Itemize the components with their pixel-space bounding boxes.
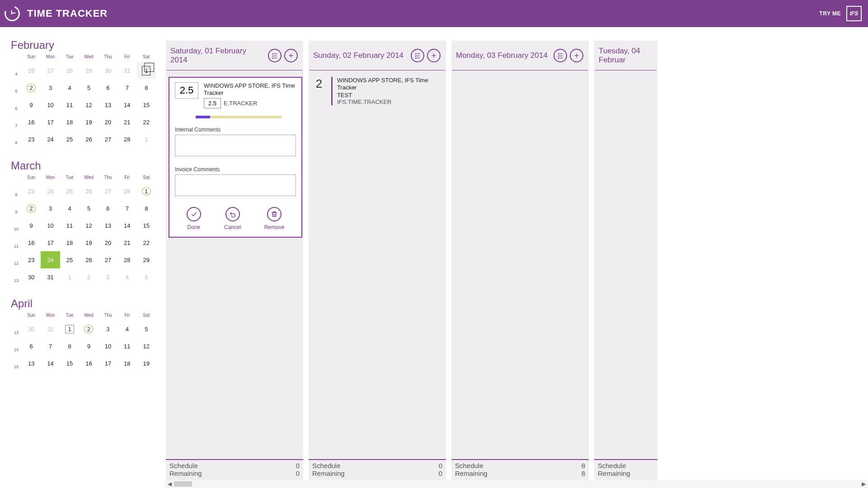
calendar-day[interactable]: 8 xyxy=(137,79,156,96)
calendar-day[interactable]: 13 xyxy=(99,96,117,113)
horizontal-scrollbar[interactable]: ◀ ▶ xyxy=(165,480,868,488)
calendar-day[interactable]: 7 xyxy=(117,79,136,96)
calendar-day[interactable]: 17 xyxy=(41,113,60,131)
calendar-day[interactable]: 21 xyxy=(117,113,136,131)
calendar-day[interactable]: 1✓ xyxy=(137,62,156,79)
calendar-day[interactable]: 22 xyxy=(137,113,156,131)
calendar-day[interactable]: 25 xyxy=(60,131,79,148)
calendar-day[interactable]: 28 xyxy=(117,131,136,148)
tasks-button[interactable] xyxy=(411,49,424,62)
calendar-day[interactable]: 6 xyxy=(22,338,41,355)
calendar-day[interactable]: 11 xyxy=(60,96,79,113)
calendar-day[interactable]: 17 xyxy=(99,355,117,372)
calendar-day[interactable]: 14 xyxy=(117,96,136,113)
calendar-day[interactable]: 6 xyxy=(99,200,117,217)
calendar-day[interactable]: 15 xyxy=(60,355,79,372)
scroll-thumb[interactable] xyxy=(174,481,192,487)
calendar-day[interactable]: 1 xyxy=(137,131,156,148)
calendar-day[interactable]: 1 xyxy=(60,320,79,338)
calendar-day[interactable]: 4 xyxy=(60,79,79,96)
calendar-day[interactable]: 24 xyxy=(41,183,60,200)
internal-comments-input[interactable] xyxy=(175,135,296,156)
calendar-day[interactable]: 14 xyxy=(41,355,60,372)
scroll-track[interactable] xyxy=(174,481,859,487)
calendar-day[interactable]: 27 xyxy=(99,251,117,268)
calendar-day[interactable]: 19 xyxy=(79,113,98,131)
calendar-day[interactable]: 29 xyxy=(137,251,156,268)
calendar-day[interactable]: 9 xyxy=(22,96,41,113)
calendar-day[interactable]: 24 xyxy=(41,131,60,148)
calendar-day[interactable]: 28 xyxy=(117,183,136,200)
calendar-day[interactable]: 7 xyxy=(117,200,136,217)
calendar-day[interactable]: 31 xyxy=(117,62,136,79)
calendar-day[interactable]: 19 xyxy=(137,355,156,372)
calendar-day[interactable]: 13 xyxy=(99,217,117,234)
calendar-day[interactable]: 11 xyxy=(117,338,136,355)
calendar-day[interactable]: 16 xyxy=(79,355,98,372)
scroll-right-arrow-icon[interactable]: ▶ xyxy=(859,481,868,487)
calendar-day[interactable]: 1 xyxy=(137,183,156,200)
calendar-day[interactable]: 18 xyxy=(60,113,79,131)
calendar-day[interactable]: 21 xyxy=(117,234,136,251)
calendar-day[interactable]: 18 xyxy=(117,355,136,372)
hours-slider[interactable] xyxy=(196,116,282,118)
calendar-day[interactable]: 18 xyxy=(60,234,79,251)
hours-input[interactable]: 2.5 xyxy=(175,82,198,99)
calendar-day[interactable]: 8 xyxy=(60,338,79,355)
add-button[interactable] xyxy=(427,49,441,62)
calendar-day[interactable]: 1 xyxy=(60,268,79,286)
calendar-day[interactable]: 27 xyxy=(99,183,117,200)
calendar-day[interactable]: 30 xyxy=(99,62,117,79)
calendar-day[interactable]: 4 xyxy=(60,200,79,217)
calendar-day[interactable]: 27 xyxy=(41,62,60,79)
calendar-day[interactable]: 28 xyxy=(60,62,79,79)
calendar-day[interactable]: 15 xyxy=(137,217,156,234)
calendar-day[interactable]: 3 xyxy=(41,200,60,217)
calendar-day[interactable]: 8 xyxy=(137,200,156,217)
calendar-day[interactable]: 3 xyxy=(99,268,117,286)
calendar-day[interactable]: 12 xyxy=(79,96,98,113)
calendar-day[interactable]: 12 xyxy=(137,338,156,355)
calendar-day[interactable]: 23 xyxy=(22,131,41,148)
calendar-day[interactable]: 20 xyxy=(99,234,117,251)
calendar-day[interactable]: 5 xyxy=(79,200,98,217)
calendar-day[interactable]: 24 xyxy=(41,251,60,268)
sub-hours-input[interactable]: 2.5 xyxy=(204,98,221,108)
calendar-day[interactable]: 4 xyxy=(117,320,136,338)
calendar-day[interactable]: 31 xyxy=(41,320,60,338)
calendar-day[interactable]: 13 xyxy=(22,355,41,372)
calendar-day[interactable]: 4 xyxy=(117,268,136,286)
calendar-day[interactable]: 17 xyxy=(41,234,60,251)
calendar-day[interactable]: 16 xyxy=(22,234,41,251)
calendar-day[interactable]: 2 xyxy=(22,79,41,96)
calendar-day[interactable]: 2 xyxy=(79,268,98,286)
calendar-day[interactable]: 26 xyxy=(79,183,98,200)
calendar-day[interactable]: 2 xyxy=(22,200,41,217)
time-entry[interactable]: 2WINDOWS APP STORE, IFS Time TrackerTEST… xyxy=(311,77,443,105)
calendar-day[interactable]: 26 xyxy=(79,251,98,268)
calendar-day[interactable]: 26 xyxy=(79,131,98,148)
calendar-day[interactable]: 25 xyxy=(60,183,79,200)
cancel-button[interactable]: Cancel xyxy=(224,207,241,230)
calendar-day[interactable]: 28 xyxy=(117,251,136,268)
invoice-comments-input[interactable] xyxy=(175,174,296,196)
calendar-day[interactable]: 30 xyxy=(22,268,41,286)
calendar-day[interactable]: 3 xyxy=(99,320,117,338)
calendar-day[interactable]: 20 xyxy=(99,113,117,131)
calendar-day[interactable]: 16 xyxy=(22,113,41,131)
tasks-button[interactable] xyxy=(268,49,282,62)
calendar-day[interactable]: 7 xyxy=(41,338,60,355)
calendar-day[interactable]: 23 xyxy=(22,251,41,268)
calendar-day[interactable]: 29 xyxy=(79,62,98,79)
calendar-day[interactable]: 27 xyxy=(99,131,117,148)
calendar-day[interactable]: 31 xyxy=(41,268,60,286)
try-me-link[interactable]: TRY ME xyxy=(819,10,841,17)
calendar-day[interactable]: 10 xyxy=(41,96,60,113)
calendar-day[interactable]: 15 xyxy=(137,96,156,113)
calendar-day[interactable]: 9 xyxy=(79,338,98,355)
calendar-day[interactable]: 10 xyxy=(41,217,60,234)
ifs-logo-icon[interactable]: IFS xyxy=(846,6,862,21)
tasks-button[interactable] xyxy=(554,49,567,62)
add-button[interactable] xyxy=(284,49,298,62)
calendar-day[interactable]: 10 xyxy=(99,338,117,355)
